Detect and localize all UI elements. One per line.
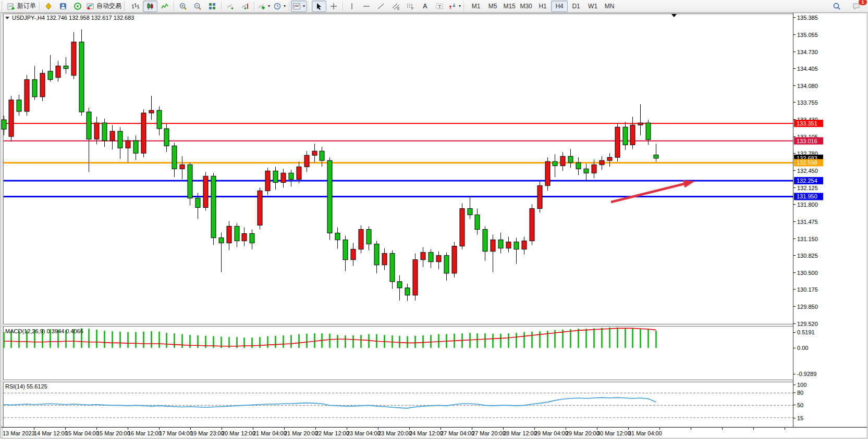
autoscroll-icon (226, 2, 235, 10)
mt4-application: 新订单自动交易▾▾▾EFAT▾M1M5M15M30H1H4D1W1MN1 USD… (0, 0, 868, 439)
autotrade-icon (87, 2, 95, 10)
svg-text:A: A (423, 3, 427, 10)
line-chart-button[interactable] (157, 1, 172, 12)
svg-text:F: F (411, 7, 413, 10)
main-price-pane (4, 14, 793, 324)
zoom-out-button[interactable] (190, 1, 205, 12)
clock-icon (273, 2, 282, 10)
svg-text:131.950: 131.950 (797, 193, 817, 199)
svg-text:30 Mar 12:00: 30 Mar 12:00 (597, 430, 631, 436)
zoomin-icon (179, 2, 187, 10)
toolbar-separator (254, 2, 254, 11)
chart-shift-button[interactable] (238, 1, 252, 12)
notification-badge: 1 (859, 0, 867, 5)
svg-text:134.730: 134.730 (797, 49, 818, 55)
chartshift-icon (241, 2, 249, 10)
timeframe-m15-button[interactable]: M15 (501, 1, 518, 12)
timeframe-m5-button[interactable]: M5 (484, 1, 501, 12)
neworder-icon (7, 2, 16, 10)
svg-text:22 Mar 12:00: 22 Mar 12:00 (315, 430, 349, 436)
svg-text:80: 80 (797, 390, 803, 396)
svg-text:21 Mar 20:00: 21 Mar 20:00 (284, 430, 318, 436)
new-order-button[interactable]: 新订单 (6, 1, 38, 12)
toolbar-separator (39, 2, 40, 11)
svg-text:133.755: 133.755 (797, 99, 818, 106)
channel-icon: E (392, 2, 400, 10)
trend-icon (377, 2, 385, 10)
navigator-icon (74, 2, 82, 10)
bars-icon (131, 2, 140, 10)
fibonacci-button[interactable]: F (403, 1, 418, 12)
svg-text:135.055: 135.055 (797, 32, 818, 38)
timeframe-mn-button[interactable]: MN (601, 1, 618, 12)
timeframe-m1-button[interactable]: M1 (468, 1, 484, 12)
timeframe-w1-button[interactable]: W1 (584, 1, 601, 12)
data-window-button[interactable] (56, 1, 70, 12)
crosshair-button[interactable] (326, 1, 341, 12)
chevron-down-icon: ▾ (284, 4, 286, 8)
svg-text:130.175: 130.175 (797, 286, 818, 293)
toolbar-grip (2, 2, 5, 11)
cursor-button[interactable] (312, 1, 326, 12)
search-button[interactable] (829, 1, 844, 12)
svg-text:134.080: 134.080 (797, 83, 818, 89)
svg-text:132.598: 132.598 (797, 159, 817, 166)
indicators-button[interactable]: ▾ (256, 1, 272, 12)
objects-list-button[interactable]: ▾ (291, 1, 307, 12)
svg-text:13 Mar 2023: 13 Mar 2023 (3, 430, 35, 436)
timeframe-m5-button-label: M5 (488, 3, 497, 10)
labelT-icon: T (435, 2, 444, 10)
timeframe-m30-button[interactable]: M30 (518, 1, 534, 12)
timeframe-mn-button-label: MN (605, 3, 615, 10)
horizontal-line-button[interactable] (359, 1, 374, 12)
toolbar-separator (289, 2, 289, 11)
timeframe-d1-button[interactable]: D1 (568, 1, 584, 12)
tile-windows-button[interactable] (205, 1, 219, 12)
autotrading-button[interactable]: 自动交易 (85, 1, 123, 12)
svg-text:132.125: 132.125 (797, 185, 818, 191)
periods-button[interactable]: ▾ (272, 1, 287, 12)
text-button[interactable]: A (418, 1, 432, 12)
vertical-line-button[interactable] (345, 1, 359, 12)
textA-icon: A (421, 2, 429, 10)
rsi-indicator-label: RSI(14) 55.6125 (5, 383, 47, 390)
chevron-down-icon: ▾ (303, 4, 305, 8)
label-button[interactable]: T (432, 1, 447, 12)
trendline-button[interactable] (374, 1, 388, 12)
crosshair-icon (329, 2, 338, 10)
svg-text:29 Mar 20:00: 29 Mar 20:00 (566, 430, 600, 436)
svg-text:21 Mar 04:00: 21 Mar 04:00 (253, 430, 287, 436)
equidistant-channel-button[interactable]: E (388, 1, 403, 12)
shapes-button[interactable]: ▾ (447, 1, 462, 12)
chart-canvas[interactable]: 135.385135.055134.730134.405134.080133.7… (0, 12, 868, 439)
svg-text:132.254: 132.254 (797, 178, 817, 184)
indicators-icon (258, 2, 266, 10)
auto-scroll-button[interactable] (223, 1, 238, 12)
svg-text:50: 50 (797, 402, 803, 408)
toolbar-grip (308, 2, 311, 11)
market-watch-button[interactable] (41, 1, 56, 12)
navigator-button[interactable] (70, 1, 85, 12)
macd-pane (4, 327, 793, 380)
timeframe-m1-button-label: M1 (472, 3, 481, 10)
panes (1, 13, 867, 438)
chevron-down-icon: ▾ (459, 4, 461, 8)
notifications-button[interactable]: 1 (849, 1, 864, 12)
candlestick-chart-button[interactable] (143, 1, 157, 12)
timeframe-m30-button-label: M30 (520, 3, 532, 10)
tiles-icon (208, 2, 216, 10)
chart-title[interactable]: USDJPY-,H4 132.746 132.958 132.617 132.6… (5, 15, 134, 21)
ohlc-toggle-icon[interactable] (5, 17, 9, 19)
chevron-down-icon: ▾ (268, 4, 270, 8)
timeframe-h4-button[interactable]: H4 (551, 1, 568, 12)
chart-title-text: USDJPY-,H4 132.746 132.958 132.617 132.6… (12, 15, 134, 21)
svg-text:0.5191: 0.5191 (797, 329, 815, 335)
zoom-in-button[interactable] (176, 1, 190, 12)
timeframe-h1-button[interactable]: H1 (534, 1, 551, 12)
bar-chart-button[interactable] (128, 1, 143, 12)
svg-text:131.150: 131.150 (797, 236, 818, 242)
toolbar-separator (221, 2, 222, 11)
svg-text:100: 100 (797, 382, 806, 388)
svg-text:135.385: 135.385 (797, 15, 818, 21)
svg-text:29 Mar 04:00: 29 Mar 04:00 (534, 430, 568, 436)
